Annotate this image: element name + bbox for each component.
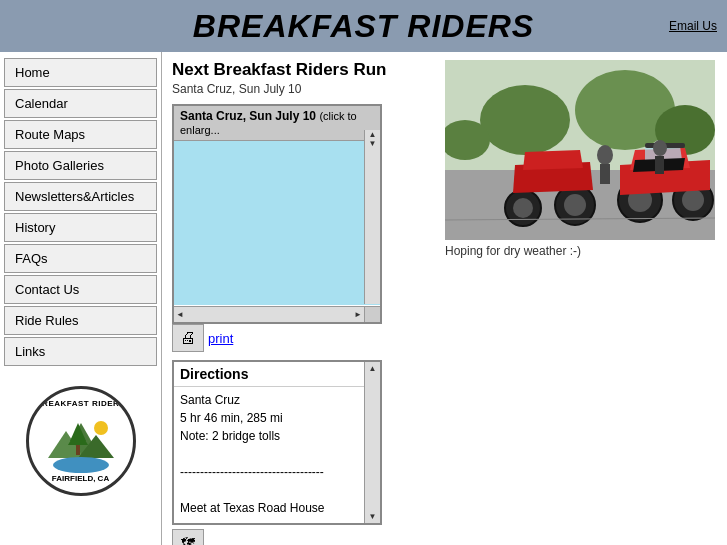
directions-line: parking lot, [180, 517, 374, 520]
logo-text-bottom: FAIRFIELD, CA [29, 474, 133, 483]
dir-scroll-down[interactable]: ▼ [369, 512, 377, 521]
svg-point-4 [53, 457, 109, 473]
svg-point-3 [94, 421, 108, 435]
svg-point-23 [597, 145, 613, 165]
photo-caption: Hoping for dry weather :-) [445, 244, 719, 258]
scroll-down-arrow[interactable]: ▼ [369, 139, 377, 148]
sidebar-item-home[interactable]: Home [4, 58, 157, 87]
sidebar-item-ride-rules[interactable]: Ride Rules [4, 306, 157, 335]
logo-svg [46, 413, 116, 478]
sidebar: HomeCalendarRoute MapsPhoto GalleriesNew… [0, 52, 162, 545]
directions-line [180, 445, 374, 463]
directions-scrollbar[interactable]: ▲ ▼ [364, 362, 380, 523]
bike-photo-svg [445, 60, 715, 240]
map-scrollbar-right[interactable]: ▲ ▼ [364, 130, 380, 304]
directions-body: Santa Cruz5 hr 46 min, 285 miNote: 2 bri… [174, 387, 380, 520]
scroll-left-arrow[interactable]: ◄ [176, 310, 184, 319]
site-title: BREAKFAST RIDERS [193, 8, 534, 45]
sidebar-item-history[interactable]: History [4, 213, 157, 242]
map-header: Santa Cruz, Sun July 10 (click to enlarg… [174, 106, 380, 141]
sidebar-item-calendar[interactable]: Calendar [4, 89, 157, 118]
svg-point-17 [682, 189, 704, 211]
directions-line: Meet at Texas Road House [180, 499, 374, 517]
sidebar-item-route-maps[interactable]: Route Maps [4, 120, 157, 149]
sidebar-item-newsletters-articles[interactable]: Newsletters&Articles [4, 182, 157, 211]
main-layout: HomeCalendarRoute MapsPhoto GalleriesNew… [0, 52, 727, 545]
page-header: BREAKFAST RIDERS Email Us [0, 0, 727, 52]
svg-rect-26 [655, 156, 664, 174]
sidebar-item-faqs[interactable]: FAQs [4, 244, 157, 273]
directions-line [180, 481, 374, 499]
print-label[interactable]: print [208, 331, 233, 346]
svg-point-22 [513, 198, 533, 218]
print-icon[interactable]: 🖨 [172, 324, 204, 352]
directions-line: 5 hr 46 min, 285 mi [180, 409, 374, 427]
map-title: Santa Cruz, Sun July 10 (click to enlarg… [180, 109, 374, 137]
directions-print-icon[interactable]: 🗺 [172, 529, 204, 545]
svg-rect-24 [600, 164, 610, 184]
sidebar-item-links[interactable]: Links [4, 337, 157, 366]
scroll-up-arrow[interactable]: ▲ [369, 130, 377, 139]
scroll-right-arrow[interactable]: ► [354, 310, 362, 319]
content-area: Next Breakfast Riders Run Santa Cruz, Su… [162, 52, 437, 545]
map-body[interactable] [174, 141, 380, 305]
logo-circle: BREAKFAST RIDERS FAIRFIELD, CA [26, 386, 136, 496]
run-subtitle: Santa Cruz, Sun July 10 [172, 82, 427, 96]
bike-photo [445, 60, 715, 240]
svg-point-20 [564, 194, 586, 216]
map-scrollbar-bottom[interactable]: ◄ ► [174, 306, 364, 322]
right-panel: Hoping for dry weather :-) [437, 52, 727, 545]
map-container: Santa Cruz, Sun July 10 (click to enlarg… [172, 104, 382, 324]
logo-text-top: BREAKFAST RIDERS [29, 399, 133, 408]
directions-line: Note: 2 bridge tolls [180, 427, 374, 445]
directions-line: Santa Cruz [180, 391, 374, 409]
next-run-title: Next Breakfast Riders Run [172, 60, 427, 80]
email-us-link[interactable]: Email Us [669, 19, 717, 33]
nav-list: HomeCalendarRoute MapsPhoto GalleriesNew… [0, 58, 161, 366]
svg-point-25 [653, 140, 667, 156]
print-area: 🖨 print [172, 324, 427, 352]
map-corner [364, 306, 380, 322]
directions-line: ------------------------------------ [180, 463, 374, 481]
sidebar-item-contact-us[interactable]: Contact Us [4, 275, 157, 304]
sidebar-item-photo-galleries[interactable]: Photo Galleries [4, 151, 157, 180]
directions-header: Directions [174, 362, 380, 387]
dir-scroll-up[interactable]: ▲ [369, 364, 377, 373]
directions-container: Directions Santa Cruz5 hr 46 min, 285 mi… [172, 360, 382, 525]
directions-icon-row: 🗺 [172, 529, 427, 545]
svg-point-10 [480, 85, 570, 155]
logo-area: BREAKFAST RIDERS FAIRFIELD, CA [0, 376, 161, 506]
